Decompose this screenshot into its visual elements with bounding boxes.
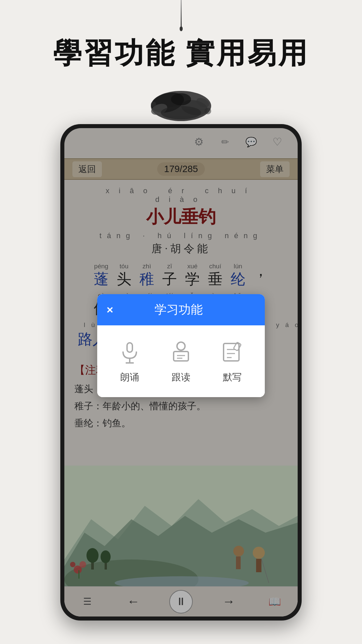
ink-splash (141, 83, 221, 127)
dialog-item-follow-read[interactable]: 跟读 (168, 339, 194, 384)
dialog-overlay: × 学习功能 (64, 128, 298, 616)
dictation-label: 默写 (223, 371, 242, 384)
phone-frame: ⚙ ✏ 💬 ♡ 返回 179/285 菜单 xiāo ér chuí diào … (60, 124, 302, 621)
read-icon (168, 339, 194, 366)
learning-dialog: × 学习功能 (97, 294, 265, 397)
write-icon (219, 339, 246, 366)
dialog-header: × 学习功能 (97, 294, 265, 325)
dialog-body: 朗诵 跟读 (97, 325, 265, 397)
recite-label: 朗诵 (120, 371, 139, 384)
top-decoration: 學習功能 實用易用 (0, 0, 362, 127)
dialog-item-recite[interactable]: 朗诵 (116, 339, 143, 384)
svg-point-30 (177, 342, 185, 350)
mic-icon (116, 339, 143, 366)
svg-rect-31 (174, 352, 188, 361)
follow-read-label: 跟读 (172, 371, 190, 384)
dialog-item-dictation[interactable]: 默写 (219, 339, 246, 384)
svg-point-8 (161, 106, 201, 119)
svg-rect-34 (224, 343, 239, 361)
svg-point-3 (171, 93, 191, 105)
phone-device: ⚙ ✏ 💬 ♡ 返回 179/285 菜单 xiāo ér chuí diào … (60, 124, 302, 621)
dialog-title: 学习功能 (113, 302, 244, 318)
svg-point-6 (204, 108, 211, 114)
phone-screen: ⚙ ✏ 💬 ♡ 返回 179/285 菜单 xiāo ér chuí diào … (64, 128, 298, 616)
svg-rect-27 (127, 343, 132, 352)
headline-text: 學習功能 實用易用 (53, 34, 309, 73)
dialog-close-button[interactable]: × (107, 303, 113, 316)
svg-point-7 (151, 102, 156, 107)
